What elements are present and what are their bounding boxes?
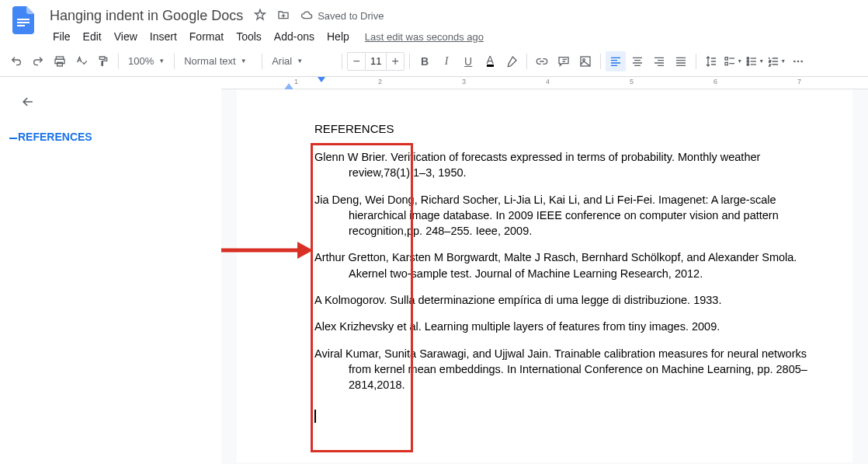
- reference-entry: Glenn W Brier. Verification of forecasts…: [314, 149, 814, 181]
- align-right-button[interactable]: [649, 51, 669, 72]
- menu-addons[interactable]: Add-ons: [268, 27, 321, 46]
- zoom-dropdown[interactable]: 100%▼: [123, 51, 169, 72]
- move-icon[interactable]: [277, 9, 290, 23]
- redo-button[interactable]: [28, 51, 48, 72]
- style-dropdown[interactable]: Normal text▼: [179, 51, 257, 72]
- svg-point-14: [797, 60, 800, 62]
- reference-entry: Arthur Gretton, Karsten M Borgwardt, Mal…: [314, 249, 814, 281]
- save-status[interactable]: Saved to Drive: [300, 10, 384, 23]
- bold-button[interactable]: B: [415, 51, 435, 72]
- docs-logo-icon[interactable]: [9, 6, 37, 34]
- document-page[interactable]: Hanging Indent applied to the selected t…: [237, 89, 852, 462]
- toolbar: 100%▼ Normal text▼ Arial▼ − 11 + B I U A…: [0, 46, 868, 77]
- menu-insert[interactable]: Insert: [144, 27, 183, 46]
- svg-point-15: [801, 60, 804, 62]
- svg-rect-2: [17, 25, 25, 26]
- svg-rect-9: [725, 62, 727, 65]
- image-button[interactable]: [575, 51, 595, 72]
- last-edit-link[interactable]: Last edit was seconds ago: [365, 31, 484, 43]
- numbered-list-button[interactable]: ▼: [766, 51, 786, 72]
- undo-button[interactable]: [6, 51, 26, 72]
- line-spacing-button[interactable]: [701, 51, 721, 72]
- underline-button[interactable]: U: [458, 51, 478, 72]
- document-title[interactable]: Hanging indent in Google Docs: [47, 6, 246, 26]
- outline-item-references[interactable]: REFERENCES: [12, 126, 209, 148]
- references-heading: REFERENCES: [314, 120, 814, 137]
- svg-point-12: [747, 63, 749, 65]
- menu-edit[interactable]: Edit: [77, 27, 108, 46]
- menu-help[interactable]: Help: [321, 27, 356, 46]
- text-cursor: [314, 410, 316, 423]
- svg-point-13: [793, 60, 796, 62]
- comment-button[interactable]: [554, 51, 574, 72]
- svg-point-7: [583, 58, 585, 61]
- font-size-increase-button[interactable]: +: [387, 53, 404, 70]
- reference-entry: Jia Deng, Wei Dong, Richard Socher, Li-J…: [314, 192, 814, 239]
- svg-point-10: [747, 57, 749, 59]
- spellcheck-button[interactable]: [71, 51, 92, 72]
- font-size-group: − 11 +: [347, 52, 404, 71]
- page-container: 1234567 Hanging Indent applied to the se…: [221, 77, 868, 464]
- outline-panel: REFERENCES: [0, 77, 221, 464]
- app-header: Hanging indent in Google Docs Saved to D…: [0, 0, 868, 46]
- outline-back-button[interactable]: [20, 94, 209, 112]
- font-size-value[interactable]: 11: [365, 53, 387, 70]
- menu-tools[interactable]: Tools: [230, 27, 268, 46]
- paint-format-button[interactable]: [93, 51, 113, 72]
- italic-button[interactable]: I: [436, 51, 457, 72]
- svg-rect-8: [725, 57, 727, 59]
- align-left-button[interactable]: [606, 51, 626, 72]
- menu-file[interactable]: File: [47, 27, 77, 46]
- highlight-button[interactable]: [502, 51, 522, 72]
- checklist-button[interactable]: ▼: [723, 51, 743, 72]
- reference-entry: Alex Krizhevsky et al. Learning multiple…: [314, 319, 814, 334]
- print-button[interactable]: [50, 51, 70, 72]
- ruler[interactable]: 1234567: [221, 77, 868, 89]
- svg-rect-1: [17, 22, 30, 23]
- font-dropdown[interactable]: Arial▼: [267, 51, 337, 72]
- svg-point-11: [747, 60, 749, 62]
- bulleted-list-button[interactable]: ▼: [745, 51, 765, 72]
- menu-view[interactable]: View: [108, 27, 144, 46]
- reference-entry: A Kolmogorov. Sulla determinazione empír…: [314, 292, 814, 308]
- align-center-button[interactable]: [627, 51, 648, 72]
- text-color-button[interactable]: A: [480, 51, 500, 72]
- menu-format[interactable]: Format: [183, 27, 230, 46]
- link-button[interactable]: [532, 51, 552, 72]
- reference-entry: Aviral Kumar, Sunita Sarawagi, and Ujjwa…: [314, 346, 814, 393]
- menu-bar: File Edit View Insert Format Tools Add-o…: [47, 27, 859, 46]
- arrow-icon: [221, 239, 313, 262]
- font-size-decrease-button[interactable]: −: [348, 53, 365, 70]
- svg-rect-0: [17, 19, 30, 20]
- align-justify-button[interactable]: [671, 51, 691, 72]
- more-button[interactable]: [788, 51, 808, 72]
- star-icon[interactable]: [254, 9, 266, 23]
